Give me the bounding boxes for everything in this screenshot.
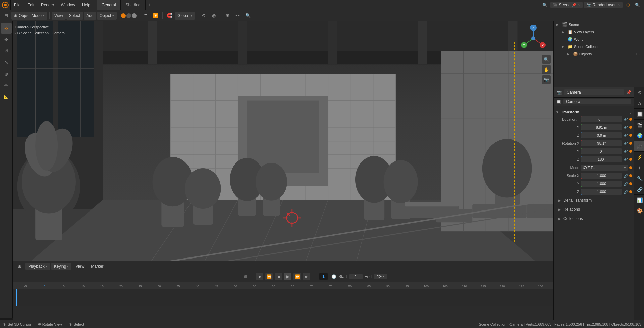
timeline-marker-label[interactable]: Marker (88, 261, 106, 271)
tool-rotate[interactable]: ↺ (1, 46, 12, 56)
timeline-view-label[interactable]: View (73, 261, 87, 271)
viewport-gizmo[interactable]: Z X Y (520, 25, 547, 52)
props-tab-data[interactable]: 📊 (634, 195, 644, 205)
gizmo-svg[interactable]: Z X Y (520, 25, 547, 52)
add-dropdown[interactable]: Add (84, 12, 96, 20)
props-tab-physics[interactable]: 🔧 (634, 173, 644, 184)
tree-item-objects[interactable]: ▶ 📦 Objects 138 (554, 50, 644, 58)
scale-y-value[interactable]: 1.000 (581, 181, 622, 187)
menu-edit[interactable]: Edit (24, 0, 38, 10)
current-frame-display[interactable]: 1 (319, 273, 328, 280)
props-tab-material[interactable]: 🎨 (634, 205, 644, 216)
workspace-tab-shading[interactable]: Shading (121, 0, 145, 10)
rotation-x-link[interactable]: 🔗 (623, 141, 628, 146)
delta-transform-section[interactable]: ▶ Delta Transform (556, 196, 632, 205)
snap-icon[interactable]: 🧲 (165, 11, 174, 20)
props-tab-particles[interactable]: ✦ (634, 162, 644, 173)
workspace-tab-add[interactable]: + (146, 2, 154, 8)
props-tab-render[interactable]: ⚙ (634, 87, 644, 98)
collections-section[interactable]: ▶ Collections (556, 214, 632, 223)
tree-item-viewlayers[interactable]: ▶ 📋 View Layers (554, 28, 644, 36)
location-z-link[interactable]: 🔗 (623, 133, 628, 138)
color-dot-orange[interactable] (121, 13, 126, 18)
search-icon-top[interactable]: 🔍 (541, 1, 549, 9)
scale-z-link[interactable]: 🔗 (623, 189, 628, 194)
topbar-icon-2[interactable]: 🔍 (633, 1, 641, 9)
topbar-icon-1[interactable]: ⬡ (624, 1, 632, 9)
keying-dropdown[interactable]: Keying ▾ (51, 263, 72, 270)
play-btn[interactable]: ▶ (284, 273, 291, 280)
location-y-value[interactable]: 8.91 m (581, 124, 622, 130)
rotation-z-value[interactable]: 180° (581, 156, 622, 162)
toolbar-icon-extra2[interactable]: 〰 (233, 11, 243, 20)
tool-transform[interactable]: ⊕ (1, 68, 12, 79)
start-frame-input[interactable]: 1 (349, 274, 363, 279)
filter-icon2[interactable]: 🔽 (151, 11, 160, 20)
tool-annotate[interactable]: ✏ (1, 80, 12, 91)
camera-data-input[interactable]: Camera (563, 99, 631, 104)
object-mode-dropdown[interactable]: ◉ Object Mode ▾ (11, 12, 47, 20)
toolbar-layout-icon[interactable]: ⊞ (1, 11, 11, 20)
proportional-icon[interactable]: ◎ (209, 11, 219, 20)
view-dropdown[interactable]: View (52, 12, 66, 20)
object-dropdown[interactable]: Object ▾ (97, 12, 117, 20)
tool-measure[interactable]: 📐 (1, 91, 12, 102)
scale-x-link[interactable]: 🔗 (623, 173, 628, 178)
camera-name-display[interactable]: Camera (564, 89, 624, 95)
scale-x-value[interactable]: 1.000 (581, 173, 622, 179)
select-dropdown[interactable]: Select (66, 12, 83, 20)
playback-dropdown[interactable]: Playback ▾ (25, 263, 50, 270)
menu-file[interactable]: File (11, 0, 24, 10)
props-tab-output[interactable]: 🖨 (634, 98, 644, 109)
location-y-link[interactable]: 🔗 (623, 125, 628, 130)
relations-section[interactable]: ▶ Relations (556, 205, 632, 214)
props-tab-viewlayer[interactable]: 🔲 (634, 109, 644, 120)
mode-dropdown[interactable]: XYZ E... ▾ (581, 165, 628, 171)
scene-selector[interactable]: 🎬 Scene 📌 ✕ (550, 2, 583, 8)
zoom-icon[interactable]: 🔍 (542, 55, 551, 64)
pivot-icon[interactable]: ⊙ (199, 11, 209, 20)
tree-item-scene[interactable]: ▶ 🎬 Scene (554, 21, 644, 28)
props-tab-object[interactable]: 🎥 (634, 141, 644, 152)
menu-help[interactable]: Help (78, 0, 94, 10)
props-tab-scene[interactable]: 🎬 (634, 120, 644, 130)
play-reverse-btn[interactable]: ◀ (275, 273, 282, 280)
color-dot-gray[interactable] (132, 13, 137, 18)
props-tab-constraints[interactable]: 🔗 (634, 184, 644, 195)
location-x-value[interactable]: 0 m (581, 116, 622, 122)
props-tab-modifier[interactable]: ⚡ (634, 152, 644, 162)
prev-keyframe-btn[interactable]: ⏪ (265, 273, 273, 280)
transform-options-icon[interactable]: ⋮⋮ (625, 110, 632, 114)
jump-end-btn[interactable]: ⏭ (303, 273, 310, 280)
menu-render[interactable]: Render (38, 0, 57, 10)
rotation-y-value[interactable]: 0° (581, 148, 622, 154)
end-frame-input[interactable]: 120 (374, 274, 387, 279)
scale-z-value[interactable]: 1.000 (581, 189, 622, 195)
tree-item-scene-collection[interactable]: ▶ 📁 Scene Collection (554, 43, 644, 50)
camera-view-icon[interactable]: 📷 (542, 75, 551, 84)
workspace-tab-general[interactable]: General (97, 0, 121, 10)
tool-cursor[interactable]: ⊹ (1, 23, 12, 34)
scale-y-link[interactable]: 🔗 (623, 181, 628, 186)
rotation-x-value[interactable]: 98.1° (581, 140, 622, 146)
hand-icon[interactable]: ✋ (542, 65, 551, 74)
menu-window[interactable]: Window (57, 0, 78, 10)
timeline-track[interactable] (13, 289, 553, 306)
timeline-layout-icon[interactable]: ⊞ (15, 262, 24, 271)
transform-section-header[interactable]: ▼ Transform ⋮⋮ (556, 109, 632, 115)
filter-icon[interactable]: ⚗ (141, 11, 150, 20)
pin-icon[interactable]: 📌 (626, 90, 631, 95)
main-viewport[interactable]: Camera Perspective (1) Scene Collection … (13, 21, 553, 261)
jump-start-btn[interactable]: ⏮ (256, 273, 263, 280)
toolbar-icon-extra1[interactable]: ⊞ (223, 11, 232, 20)
tree-item-world[interactable]: ▶ 🌍 World (554, 36, 644, 43)
location-z-value[interactable]: 0.9 m (581, 132, 622, 138)
toolbar-icon-extra3[interactable]: 🔍 (243, 11, 253, 20)
tool-scale[interactable]: ⤡ (1, 57, 12, 68)
next-keyframe-btn[interactable]: ⏩ (293, 273, 301, 280)
color-dot-dark[interactable] (126, 13, 131, 18)
global-dropdown[interactable]: Global ▾ (175, 12, 195, 20)
rotation-z-link[interactable]: 🔗 (623, 157, 628, 162)
tool-move[interactable]: ✥ (1, 34, 12, 45)
rotation-y-link[interactable]: 🔗 (623, 149, 628, 154)
